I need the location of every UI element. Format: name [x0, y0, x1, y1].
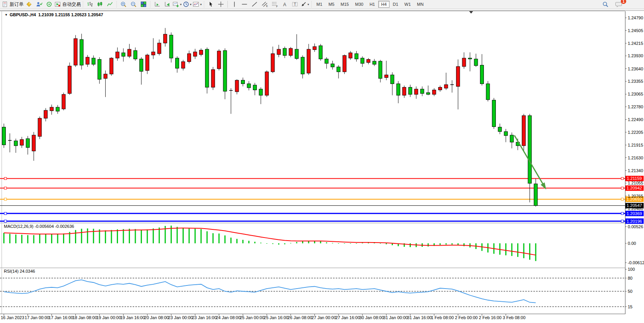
timeframe-h4-button[interactable]: H4 — [378, 1, 389, 8]
macd-histogram-bar — [356, 243, 357, 244]
macd-histogram-bar — [81, 229, 82, 243]
text-label-button[interactable]: T — [290, 0, 299, 8]
periods-button[interactable]: ▾ — [183, 0, 192, 8]
macd-histogram-bar — [207, 231, 208, 243]
macd-histogram-bar — [451, 243, 453, 244]
timeframe-mn-button[interactable]: MN — [414, 1, 426, 8]
line-handle[interactable] — [621, 220, 624, 222]
line-chart-mode-button[interactable] — [105, 0, 114, 8]
macd-histogram-bar — [529, 243, 530, 260]
candle-down — [331, 64, 334, 67]
line-handle[interactable] — [4, 187, 7, 189]
line-handle[interactable] — [4, 177, 7, 179]
candle-down — [241, 80, 245, 84]
tile-windows-button[interactable] — [139, 0, 148, 8]
auto-trading-button[interactable]: 自动交易 — [55, 0, 81, 8]
timeframe-d1-button[interactable]: D1 — [390, 1, 401, 8]
price-tick-label: 1.24215 — [628, 41, 643, 46]
arrows-button[interactable]: ▾ — [300, 0, 309, 8]
crosshair-button[interactable] — [216, 0, 225, 8]
zoom-out-button[interactable] — [129, 0, 138, 8]
horizontal-line-button[interactable] — [240, 0, 249, 8]
macd-histogram-bar — [266, 243, 267, 244]
candle-up — [38, 118, 41, 137]
candle-down — [486, 84, 490, 100]
macd-histogram-bar — [499, 243, 501, 255]
candle-down — [396, 84, 400, 96]
indicators-icon — [193, 1, 199, 7]
bar-chart-mode-button[interactable] — [85, 0, 94, 8]
notifications-button[interactable]: 1 — [614, 0, 624, 8]
timeframe-m15-button[interactable]: M15 — [338, 1, 352, 8]
macd-histogram-bar — [278, 243, 279, 244]
candle-up — [181, 62, 185, 68]
equidistant-channel-button[interactable]: E — [260, 0, 269, 8]
text-button[interactable]: A — [280, 0, 289, 8]
macd-histogram-bar — [248, 241, 249, 243]
line-handle[interactable] — [4, 220, 7, 222]
date-label: 27 Jan 16:00 — [335, 315, 360, 320]
chart-shift-button[interactable] — [162, 0, 172, 8]
macd-histogram-bar — [183, 228, 184, 243]
price-tick-label: 1.23065 — [628, 92, 643, 96]
macd-histogram-bar — [338, 243, 339, 244]
new-chart-button[interactable]: ▾ — [173, 0, 182, 8]
mql5-community-button[interactable] — [24, 0, 34, 8]
date-label: 25 Jan 00:00 — [240, 315, 265, 320]
line-handle[interactable] — [4, 212, 7, 215]
trendline-button[interactable] — [250, 0, 259, 8]
rsi-tick-label: 50 — [628, 289, 632, 294]
cursor-button[interactable] — [206, 0, 215, 8]
macd-histogram-bar — [177, 227, 178, 243]
price-tick-label: 1.22490 — [628, 117, 643, 122]
price-tick-label: 1.23640 — [628, 67, 643, 71]
chart-canvas[interactable]: 1.247901.245051.242151.239301.236401.233… — [0, 11, 644, 323]
price-badge-label: 1.21159 — [627, 176, 642, 181]
timeframe-w1-button[interactable]: W1 — [402, 1, 414, 8]
macd-histogram-bar — [535, 243, 536, 261]
timeframe-h1-button[interactable]: H1 — [367, 1, 378, 8]
candle-down — [247, 84, 251, 88]
candle-down — [295, 49, 299, 58]
macd-histogram-bar — [111, 230, 112, 243]
line-handle[interactable] — [621, 177, 624, 179]
indicators-button[interactable]: ▾ — [193, 0, 202, 8]
candlestick-mode-button[interactable] — [95, 0, 104, 8]
line-handle[interactable] — [621, 187, 624, 189]
text-label-icon: T — [292, 1, 298, 7]
timeframe-m1-button[interactable]: M1 — [314, 1, 325, 8]
rsi-tick-label: 80 — [628, 276, 632, 280]
line-handle[interactable] — [621, 212, 624, 215]
metaeditor-button[interactable] — [34, 0, 44, 8]
timeframe-m5-button[interactable]: M5 — [326, 1, 337, 8]
candle-up — [313, 46, 316, 50]
date-label: 2 Feb 00:00 — [455, 315, 478, 320]
price-badge-label: 1.20196 — [627, 219, 642, 224]
toolbar-grip — [116, 1, 117, 7]
candle-up — [277, 49, 280, 55]
zoom-in-button[interactable] — [119, 0, 128, 8]
rsi-tick-label: 100 — [628, 267, 635, 272]
line-handle[interactable] — [621, 198, 624, 200]
toolbar-grip — [311, 1, 312, 7]
fibonacci-button[interactable]: F — [270, 0, 279, 8]
date-label: 23 Jan 00:00 — [168, 315, 193, 320]
macd-histogram-bar — [224, 236, 225, 243]
timeframe-m30-button[interactable]: M30 — [352, 1, 366, 8]
auto-scroll-button[interactable] — [152, 0, 162, 8]
line-handle[interactable] — [4, 198, 7, 200]
search-button[interactable] — [601, 0, 610, 8]
search-icon — [602, 1, 609, 8]
collapse-arrow-icon[interactable]: ▼ — [5, 13, 8, 17]
new-order-button[interactable]: 新订单 — [2, 0, 24, 8]
vertical-line-button[interactable] — [230, 0, 239, 8]
macd-histogram-bar — [188, 229, 190, 243]
date-label: 26 Jan 08:00 — [288, 315, 313, 320]
signals-button[interactable] — [44, 0, 54, 8]
svg-text:E: E — [266, 5, 268, 7]
date-label: 1 Feb 08:00 — [431, 315, 454, 320]
candle-up — [86, 57, 89, 64]
arrows-icon — [301, 1, 307, 7]
candle-down — [283, 48, 287, 55]
macd-histogram-bar — [57, 234, 58, 243]
